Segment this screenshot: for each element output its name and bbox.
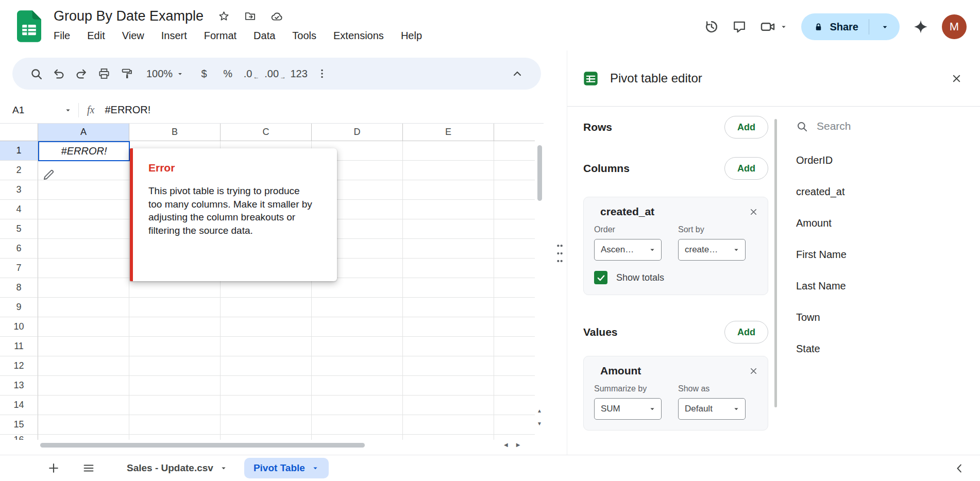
star-icon[interactable] [218, 10, 230, 22]
field-amount[interactable]: Amount [796, 208, 980, 239]
row-header-2[interactable]: 2 [0, 161, 38, 180]
pivot-table-editor-panel: Pivot table editor Rows Add Columns Add … [567, 50, 980, 455]
row-header-10[interactable]: 10 [0, 317, 38, 337]
values-card-close-button[interactable] [749, 366, 758, 376]
horizontal-scrollbar-thumb[interactable] [40, 443, 365, 448]
columns-add-button[interactable]: Add [724, 157, 768, 180]
comments-button[interactable] [732, 20, 747, 34]
column-header-b[interactable]: B [129, 124, 221, 141]
show-as-select[interactable]: Default [678, 398, 746, 420]
print-button[interactable] [93, 62, 115, 85]
cell-reference-box[interactable]: A1 [0, 105, 78, 116]
move-folder-icon[interactable] [244, 10, 256, 22]
select-all-corner[interactable] [0, 124, 38, 141]
cells-canvas[interactable]: #ERROR! Error This pivot table is trying… [38, 141, 535, 440]
number-format-label: 123 [290, 68, 307, 80]
row-header-9[interactable]: 9 [0, 298, 38, 317]
zoom-control[interactable]: 100% [141, 68, 189, 80]
toolbar-search-button[interactable] [25, 62, 47, 85]
columns-card-close-button[interactable] [749, 207, 758, 217]
document-title[interactable]: Group By Date Example [54, 8, 204, 24]
scroll-up-icon[interactable]: ▲ [537, 408, 542, 414]
add-sheet-button[interactable] [45, 460, 62, 476]
column-header-partial[interactable] [494, 124, 535, 141]
summarize-by-select[interactable]: SUM [594, 398, 662, 420]
vertical-scrollbar[interactable] [535, 141, 544, 406]
field-first-name[interactable]: First Name [796, 239, 980, 270]
cloud-status-icon[interactable] [271, 10, 283, 23]
horizontal-scrollbar[interactable] [31, 441, 497, 449]
column-header-e[interactable]: E [403, 124, 494, 141]
row-header-6[interactable]: 6 [0, 239, 38, 259]
panel-scrollbar[interactable] [773, 115, 779, 414]
decrease-decimal-button[interactable]: .0 ← [240, 62, 263, 85]
menu-view[interactable]: View [122, 30, 144, 42]
order-select[interactable]: Ascen… [594, 239, 662, 261]
panel-close-button[interactable] [951, 73, 962, 84]
formula-input[interactable]: #ERROR! [105, 104, 150, 116]
field-search-input[interactable]: Search [796, 120, 980, 132]
menu-file[interactable]: File [54, 30, 70, 42]
field-state[interactable]: State [796, 333, 980, 365]
hide-panel-button[interactable] [954, 462, 980, 474]
row-header-3[interactable]: 3 [0, 180, 38, 200]
gemini-button[interactable] [913, 19, 928, 35]
show-totals-checkbox[interactable]: Show totals [593, 271, 758, 284]
all-sheets-button[interactable] [80, 460, 97, 476]
share-button[interactable]: Share [801, 13, 900, 40]
row-header-16[interactable]: 16 [0, 435, 38, 440]
column-header-d[interactable]: D [312, 124, 403, 141]
tab-sales-update-csv[interactable]: Sales - Update.csv [117, 458, 237, 478]
currency-format-button[interactable]: $ [192, 62, 216, 85]
percent-format-button[interactable]: % [216, 62, 240, 85]
number-format-button[interactable]: 123 [287, 62, 311, 85]
values-add-button[interactable]: Add [724, 321, 768, 343]
scroll-right-icon[interactable]: ▶ [516, 442, 520, 448]
share-dropdown-button[interactable] [875, 23, 894, 31]
menu-help[interactable]: Help [401, 30, 422, 42]
tab-pivot-table[interactable]: Pivot Table [244, 458, 329, 478]
field-last-name[interactable]: Last Name [796, 270, 980, 302]
rows-add-button[interactable]: Add [724, 116, 768, 139]
menu-edit[interactable]: Edit [87, 30, 105, 42]
row-header-5[interactable]: 5 [0, 219, 38, 239]
row-header-11[interactable]: 11 [0, 337, 38, 356]
sheets-logo-icon[interactable] [17, 10, 41, 42]
menu-insert[interactable]: Insert [161, 30, 187, 42]
avatar[interactable]: M [942, 14, 967, 39]
row-header-1[interactable]: 1 [0, 141, 38, 161]
sort-by-select[interactable]: create… [678, 239, 746, 261]
column-header-c[interactable]: C [221, 124, 312, 141]
columns-card-created-at: created_at Order Ascen… [583, 197, 768, 295]
field-created-at[interactable]: created_at [796, 176, 980, 208]
field-orderid[interactable]: OrderID [796, 145, 980, 176]
paint-format-button[interactable] [115, 62, 138, 85]
row-header-13[interactable]: 13 [0, 376, 38, 396]
menu-data[interactable]: Data [254, 30, 275, 42]
vertical-scrollbar-thumb[interactable] [537, 145, 542, 201]
scroll-left-icon[interactable]: ◀ [504, 442, 508, 448]
active-cell-a1[interactable]: #ERROR! [38, 141, 130, 161]
menu-tools[interactable]: Tools [292, 30, 316, 42]
row-header-7[interactable]: 7 [0, 259, 38, 278]
panel-scrollbar-thumb[interactable] [774, 119, 777, 407]
panel-resize-handle[interactable] [555, 242, 564, 265]
row-header-12[interactable]: 12 [0, 356, 38, 376]
redo-button[interactable] [70, 62, 93, 85]
scroll-down-icon[interactable]: ▼ [537, 421, 542, 426]
increase-decimal-button[interactable]: .00 → [263, 62, 287, 85]
meet-video-button[interactable] [760, 19, 788, 35]
row-header-15[interactable]: 15 [0, 415, 38, 435]
row-header-14[interactable]: 14 [0, 396, 38, 415]
more-options-button[interactable] [311, 62, 333, 85]
row-header-4[interactable]: 4 [0, 200, 38, 219]
menu-format[interactable]: Format [204, 30, 236, 42]
field-town[interactable]: Town [796, 302, 980, 333]
column-header-a[interactable]: A [38, 124, 129, 141]
collapse-toolbar-button[interactable] [506, 62, 529, 85]
row-header-8[interactable]: 8 [0, 278, 38, 298]
undo-button[interactable] [47, 62, 70, 85]
version-history-button[interactable] [704, 20, 719, 34]
summarize-by-label: Summarize by [594, 384, 662, 393]
menu-extensions[interactable]: Extensions [333, 30, 384, 42]
